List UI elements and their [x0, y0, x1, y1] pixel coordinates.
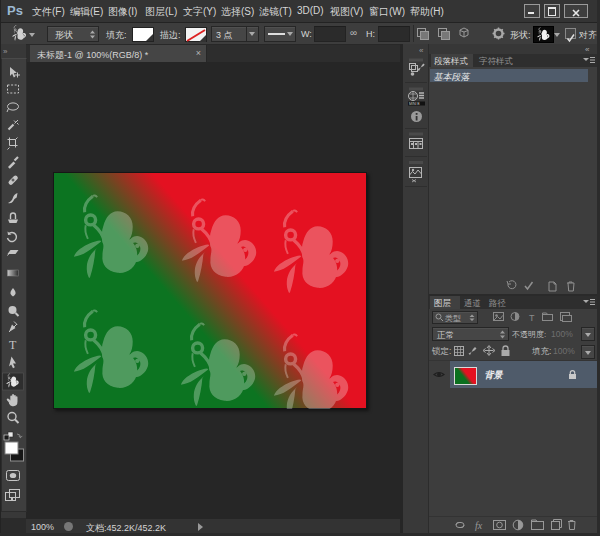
svg-text:T: T: [529, 313, 535, 323]
svg-text:T: T: [9, 338, 17, 352]
svg-text:MINI B: MINI B: [409, 102, 420, 106]
svg-text:fx: fx: [475, 520, 483, 531]
